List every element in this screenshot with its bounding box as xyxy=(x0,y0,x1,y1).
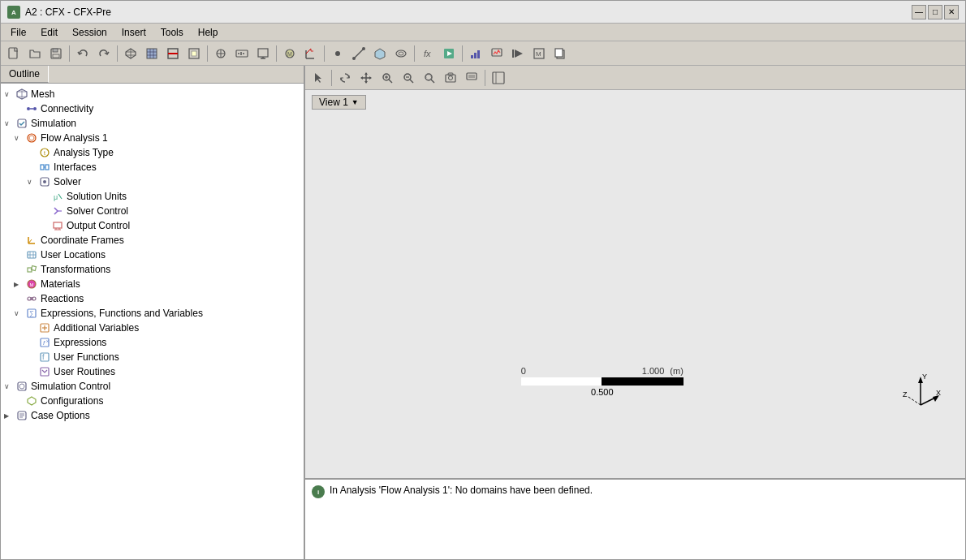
view-dropdown-icon[interactable]: ▼ xyxy=(351,98,359,106)
toggle-mesh[interactable]: ∨ xyxy=(4,90,15,98)
view-screenshot[interactable] xyxy=(441,68,460,88)
menu-edit[interactable]: Edit xyxy=(34,25,64,40)
tree-item-mesh[interactable]: ∨ Mesh xyxy=(1,87,304,101)
toggle-flow[interactable]: ∨ xyxy=(14,134,25,142)
toggle-expr[interactable]: ∨ xyxy=(14,309,25,317)
message-row: i In Analysis 'Flow Analysis 1': No doma… xyxy=(312,485,959,498)
tree-item-expressions-item[interactable]: fx Expressions xyxy=(1,335,304,350)
toolbar-results[interactable] xyxy=(466,44,485,63)
view-zoom-fit[interactable] xyxy=(420,68,439,88)
close-button[interactable]: ✕ xyxy=(944,5,959,19)
view-sep2 xyxy=(485,70,485,86)
toolbar-materials-btn[interactable]: M xyxy=(280,44,300,63)
menu-file[interactable]: File xyxy=(4,25,32,40)
toolbar-iso[interactable] xyxy=(391,44,411,63)
tree-item-solution-units[interactable]: μ Solution Units xyxy=(1,189,304,204)
menu-insert[interactable]: Insert xyxy=(115,25,153,40)
view-label[interactable]: View 1 ▼ xyxy=(312,95,366,110)
toolbar-monitor[interactable] xyxy=(487,44,507,63)
toolbar-mesh[interactable] xyxy=(121,44,140,63)
view-cursor[interactable] xyxy=(308,68,328,88)
svg-point-58 xyxy=(28,134,36,142)
tree-item-solver[interactable]: ∨ Solver xyxy=(1,174,304,189)
view-rotate[interactable] xyxy=(335,68,355,88)
toolbar-plane[interactable] xyxy=(370,44,390,63)
tree-item-materials[interactable]: ▶ M Materials xyxy=(1,277,304,291)
sim-control-label: Simulation Control xyxy=(31,381,110,392)
toggle-simctrl[interactable]: ∨ xyxy=(4,382,15,390)
toolbar-line[interactable] xyxy=(349,44,369,63)
view-options[interactable] xyxy=(489,68,508,88)
tree-item-add-vars[interactable]: Additional Variables xyxy=(1,321,304,335)
minimize-button[interactable]: — xyxy=(912,5,926,19)
tree-item-case-options[interactable]: ▶ Case Options xyxy=(1,408,304,423)
tree-item-reactions[interactable]: Reactions xyxy=(1,291,304,306)
tree-item-interfaces[interactable]: Interfaces xyxy=(1,160,304,174)
maximize-button[interactable]: □ xyxy=(928,5,942,19)
output-control-icon xyxy=(51,219,64,232)
toolbar-point[interactable] xyxy=(328,44,347,63)
toggle-simulation[interactable]: ∨ xyxy=(4,119,15,127)
toolbar-output-ctrl[interactable] xyxy=(253,44,273,63)
tree-item-solver-control[interactable]: Solver Control xyxy=(1,204,304,218)
toolbar-undo[interactable] xyxy=(73,44,93,63)
toggle-transform xyxy=(14,265,25,274)
tree-item-output-control[interactable]: Output Control xyxy=(1,218,304,233)
toggle-case[interactable]: ▶ xyxy=(4,412,15,420)
toggle-solver[interactable]: ∨ xyxy=(27,178,38,186)
mesh-label: Mesh xyxy=(31,88,54,100)
toggle-user-loc xyxy=(14,251,25,259)
svg-point-36 xyxy=(399,52,403,55)
tree-item-transformations[interactable]: Transformations xyxy=(1,262,304,277)
tree-item-expressions[interactable]: ∨ ∑ Expressions, Functions and Variables xyxy=(1,306,304,321)
tree-item-user-routines[interactable]: User Routines xyxy=(1,364,304,379)
toolbar-macro[interactable]: M xyxy=(529,44,549,63)
toolbar-domain[interactable] xyxy=(142,44,162,63)
toolbar-var-btn[interactable]: fx xyxy=(418,44,438,63)
tree-item-flow-analysis[interactable]: ∨ Flow Analysis 1 xyxy=(1,131,304,145)
view-pan[interactable] xyxy=(356,68,376,88)
svg-text:M: M xyxy=(287,51,292,57)
toolbar-new[interactable] xyxy=(4,44,24,63)
tree-item-user-locations[interactable]: User Locations xyxy=(1,248,304,262)
scale-bar: 0 1.000 (m) 0.500 xyxy=(521,366,684,397)
reactions-label: Reactions xyxy=(41,293,84,304)
toolbar-bndry[interactable] xyxy=(163,44,183,63)
outline-tab[interactable]: Outline xyxy=(1,66,49,83)
toolbar-sep1 xyxy=(69,45,70,62)
toolbar-save-group[interactable] xyxy=(46,44,66,63)
configurations-icon xyxy=(25,394,38,407)
toolbar-physics[interactable] xyxy=(211,44,231,63)
reactions-icon xyxy=(25,292,38,305)
svg-point-54 xyxy=(27,107,30,110)
outline-panel: Outline ∨ Mesh Connectivity xyxy=(1,66,305,559)
tree-item-sim-control[interactable]: ∨ Simulation Control xyxy=(1,379,304,394)
toolbar-anim[interactable] xyxy=(508,44,528,63)
menu-session[interactable]: Session xyxy=(66,25,114,40)
view-zoom-out[interactable] xyxy=(399,68,418,88)
svg-marker-44 xyxy=(515,50,523,58)
toolbar-subdomain[interactable] xyxy=(184,44,204,63)
user-routines-icon xyxy=(38,365,51,378)
tree-item-coord-frames[interactable]: Coordinate Frames xyxy=(1,233,304,248)
toggle-materials[interactable]: ▶ xyxy=(14,281,25,288)
tree-item-user-functions[interactable]: f User Functions xyxy=(1,350,304,364)
transformations-icon xyxy=(25,263,38,276)
toolbar-run[interactable] xyxy=(439,44,459,63)
view-zoom-in[interactable] xyxy=(377,68,397,88)
svg-rect-98 xyxy=(41,368,49,376)
toolbar-copy[interactable] xyxy=(550,44,570,63)
svg-rect-62 xyxy=(45,165,49,170)
menu-help[interactable]: Help xyxy=(192,25,225,40)
menu-tools[interactable]: Tools xyxy=(154,25,190,40)
toolbar-open[interactable] xyxy=(25,44,45,63)
view-print[interactable] xyxy=(462,68,481,88)
tree-item-simulation[interactable]: ∨ Simulation xyxy=(1,116,304,131)
tree-item-configurations[interactable]: Configurations xyxy=(1,394,304,408)
tree-item-connectivity[interactable]: Connectivity xyxy=(1,101,304,116)
toolbar-coord-btn[interactable] xyxy=(301,44,321,63)
toolbar-sep6 xyxy=(414,45,415,62)
tree-item-analysis-type[interactable]: t Analysis Type xyxy=(1,145,304,160)
toolbar-redo[interactable] xyxy=(94,44,114,63)
toolbar-solver-ctrl[interactable] xyxy=(232,44,252,63)
